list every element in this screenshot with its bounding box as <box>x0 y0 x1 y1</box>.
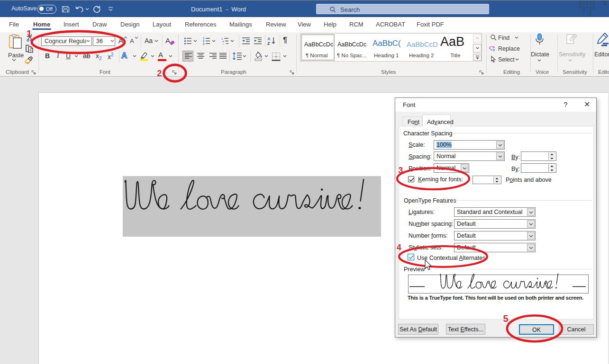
svg-text:1: 1 <box>27 28 32 39</box>
svg-text:5: 5 <box>503 313 509 324</box>
svg-text:4: 4 <box>397 243 401 252</box>
svg-text:3: 3 <box>399 166 403 175</box>
svg-text:2: 2 <box>157 69 162 78</box>
